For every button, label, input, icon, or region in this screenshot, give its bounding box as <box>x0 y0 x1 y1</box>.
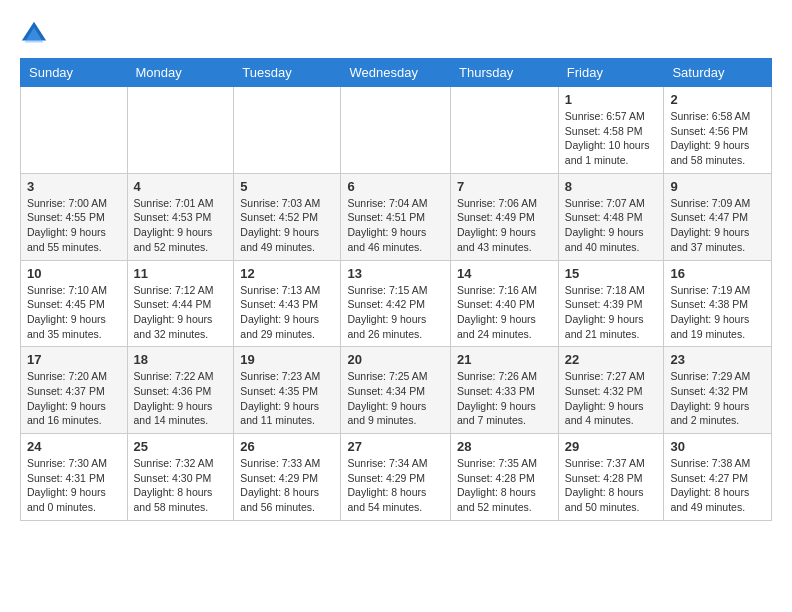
header-friday: Friday <box>558 59 664 87</box>
calendar-cell: 11Sunrise: 7:12 AM Sunset: 4:44 PM Dayli… <box>127 260 234 347</box>
day-number: 30 <box>670 439 765 454</box>
day-detail: Sunrise: 7:06 AM Sunset: 4:49 PM Dayligh… <box>457 196 552 255</box>
calendar-cell: 4Sunrise: 7:01 AM Sunset: 4:53 PM Daylig… <box>127 173 234 260</box>
header-wednesday: Wednesday <box>341 59 451 87</box>
calendar-cell: 20Sunrise: 7:25 AM Sunset: 4:34 PM Dayli… <box>341 347 451 434</box>
day-detail: Sunrise: 7:03 AM Sunset: 4:52 PM Dayligh… <box>240 196 334 255</box>
day-detail: Sunrise: 7:27 AM Sunset: 4:32 PM Dayligh… <box>565 369 658 428</box>
calendar-cell: 30Sunrise: 7:38 AM Sunset: 4:27 PM Dayli… <box>664 434 772 521</box>
calendar-cell: 8Sunrise: 7:07 AM Sunset: 4:48 PM Daylig… <box>558 173 664 260</box>
day-number: 29 <box>565 439 658 454</box>
calendar-cell: 28Sunrise: 7:35 AM Sunset: 4:28 PM Dayli… <box>451 434 559 521</box>
day-detail: Sunrise: 7:23 AM Sunset: 4:35 PM Dayligh… <box>240 369 334 428</box>
day-detail: Sunrise: 7:33 AM Sunset: 4:29 PM Dayligh… <box>240 456 334 515</box>
day-detail: Sunrise: 7:09 AM Sunset: 4:47 PM Dayligh… <box>670 196 765 255</box>
calendar-cell <box>341 87 451 174</box>
day-detail: Sunrise: 7:15 AM Sunset: 4:42 PM Dayligh… <box>347 283 444 342</box>
calendar-cell: 26Sunrise: 7:33 AM Sunset: 4:29 PM Dayli… <box>234 434 341 521</box>
day-detail: Sunrise: 7:35 AM Sunset: 4:28 PM Dayligh… <box>457 456 552 515</box>
calendar-row-1: 3Sunrise: 7:00 AM Sunset: 4:55 PM Daylig… <box>21 173 772 260</box>
calendar-cell <box>127 87 234 174</box>
header-sunday: Sunday <box>21 59 128 87</box>
day-detail: Sunrise: 7:26 AM Sunset: 4:33 PM Dayligh… <box>457 369 552 428</box>
day-detail: Sunrise: 7:19 AM Sunset: 4:38 PM Dayligh… <box>670 283 765 342</box>
calendar: SundayMondayTuesdayWednesdayThursdayFrid… <box>20 58 772 521</box>
day-number: 18 <box>134 352 228 367</box>
day-number: 26 <box>240 439 334 454</box>
day-detail: Sunrise: 7:13 AM Sunset: 4:43 PM Dayligh… <box>240 283 334 342</box>
day-detail: Sunrise: 7:20 AM Sunset: 4:37 PM Dayligh… <box>27 369 121 428</box>
calendar-cell: 21Sunrise: 7:26 AM Sunset: 4:33 PM Dayli… <box>451 347 559 434</box>
day-number: 24 <box>27 439 121 454</box>
day-number: 9 <box>670 179 765 194</box>
day-detail: Sunrise: 7:00 AM Sunset: 4:55 PM Dayligh… <box>27 196 121 255</box>
day-detail: Sunrise: 6:57 AM Sunset: 4:58 PM Dayligh… <box>565 109 658 168</box>
day-number: 28 <box>457 439 552 454</box>
calendar-row-0: 1Sunrise: 6:57 AM Sunset: 4:58 PM Daylig… <box>21 87 772 174</box>
day-number: 2 <box>670 92 765 107</box>
day-detail: Sunrise: 7:07 AM Sunset: 4:48 PM Dayligh… <box>565 196 658 255</box>
calendar-cell: 19Sunrise: 7:23 AM Sunset: 4:35 PM Dayli… <box>234 347 341 434</box>
day-number: 3 <box>27 179 121 194</box>
calendar-header-row: SundayMondayTuesdayWednesdayThursdayFrid… <box>21 59 772 87</box>
day-number: 1 <box>565 92 658 107</box>
day-number: 12 <box>240 266 334 281</box>
calendar-cell: 12Sunrise: 7:13 AM Sunset: 4:43 PM Dayli… <box>234 260 341 347</box>
calendar-cell <box>234 87 341 174</box>
header-thursday: Thursday <box>451 59 559 87</box>
day-detail: Sunrise: 7:04 AM Sunset: 4:51 PM Dayligh… <box>347 196 444 255</box>
day-detail: Sunrise: 7:22 AM Sunset: 4:36 PM Dayligh… <box>134 369 228 428</box>
day-number: 7 <box>457 179 552 194</box>
calendar-cell: 6Sunrise: 7:04 AM Sunset: 4:51 PM Daylig… <box>341 173 451 260</box>
logo <box>20 20 52 48</box>
day-detail: Sunrise: 7:16 AM Sunset: 4:40 PM Dayligh… <box>457 283 552 342</box>
calendar-cell: 18Sunrise: 7:22 AM Sunset: 4:36 PM Dayli… <box>127 347 234 434</box>
day-number: 10 <box>27 266 121 281</box>
day-detail: Sunrise: 7:32 AM Sunset: 4:30 PM Dayligh… <box>134 456 228 515</box>
calendar-cell: 22Sunrise: 7:27 AM Sunset: 4:32 PM Dayli… <box>558 347 664 434</box>
day-number: 13 <box>347 266 444 281</box>
day-number: 19 <box>240 352 334 367</box>
day-number: 6 <box>347 179 444 194</box>
calendar-cell: 7Sunrise: 7:06 AM Sunset: 4:49 PM Daylig… <box>451 173 559 260</box>
calendar-cell: 5Sunrise: 7:03 AM Sunset: 4:52 PM Daylig… <box>234 173 341 260</box>
day-number: 5 <box>240 179 334 194</box>
calendar-cell: 1Sunrise: 6:57 AM Sunset: 4:58 PM Daylig… <box>558 87 664 174</box>
calendar-cell <box>21 87 128 174</box>
day-number: 25 <box>134 439 228 454</box>
calendar-cell: 27Sunrise: 7:34 AM Sunset: 4:29 PM Dayli… <box>341 434 451 521</box>
day-number: 27 <box>347 439 444 454</box>
day-detail: Sunrise: 7:38 AM Sunset: 4:27 PM Dayligh… <box>670 456 765 515</box>
day-number: 8 <box>565 179 658 194</box>
day-detail: Sunrise: 7:29 AM Sunset: 4:32 PM Dayligh… <box>670 369 765 428</box>
calendar-cell: 15Sunrise: 7:18 AM Sunset: 4:39 PM Dayli… <box>558 260 664 347</box>
header-monday: Monday <box>127 59 234 87</box>
calendar-cell: 2Sunrise: 6:58 AM Sunset: 4:56 PM Daylig… <box>664 87 772 174</box>
day-detail: Sunrise: 7:34 AM Sunset: 4:29 PM Dayligh… <box>347 456 444 515</box>
calendar-cell: 29Sunrise: 7:37 AM Sunset: 4:28 PM Dayli… <box>558 434 664 521</box>
day-number: 11 <box>134 266 228 281</box>
day-detail: Sunrise: 6:58 AM Sunset: 4:56 PM Dayligh… <box>670 109 765 168</box>
calendar-cell: 25Sunrise: 7:32 AM Sunset: 4:30 PM Dayli… <box>127 434 234 521</box>
day-number: 4 <box>134 179 228 194</box>
day-number: 16 <box>670 266 765 281</box>
logo-icon <box>20 20 48 48</box>
calendar-row-4: 24Sunrise: 7:30 AM Sunset: 4:31 PM Dayli… <box>21 434 772 521</box>
calendar-cell <box>451 87 559 174</box>
header-saturday: Saturday <box>664 59 772 87</box>
calendar-cell: 9Sunrise: 7:09 AM Sunset: 4:47 PM Daylig… <box>664 173 772 260</box>
day-detail: Sunrise: 7:37 AM Sunset: 4:28 PM Dayligh… <box>565 456 658 515</box>
day-number: 21 <box>457 352 552 367</box>
calendar-cell: 14Sunrise: 7:16 AM Sunset: 4:40 PM Dayli… <box>451 260 559 347</box>
calendar-row-3: 17Sunrise: 7:20 AM Sunset: 4:37 PM Dayli… <box>21 347 772 434</box>
day-number: 15 <box>565 266 658 281</box>
calendar-row-2: 10Sunrise: 7:10 AM Sunset: 4:45 PM Dayli… <box>21 260 772 347</box>
day-number: 22 <box>565 352 658 367</box>
day-number: 20 <box>347 352 444 367</box>
day-detail: Sunrise: 7:25 AM Sunset: 4:34 PM Dayligh… <box>347 369 444 428</box>
day-detail: Sunrise: 7:10 AM Sunset: 4:45 PM Dayligh… <box>27 283 121 342</box>
day-detail: Sunrise: 7:12 AM Sunset: 4:44 PM Dayligh… <box>134 283 228 342</box>
calendar-cell: 16Sunrise: 7:19 AM Sunset: 4:38 PM Dayli… <box>664 260 772 347</box>
day-number: 23 <box>670 352 765 367</box>
day-number: 17 <box>27 352 121 367</box>
